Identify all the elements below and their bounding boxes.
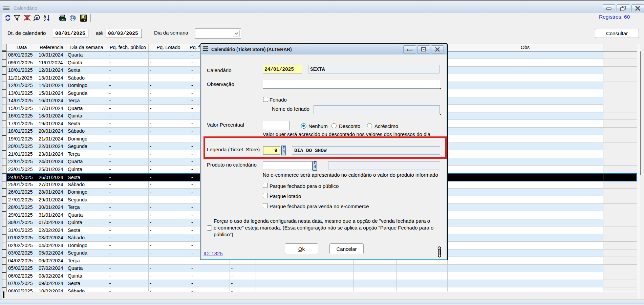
svg-text:IA: IA — [71, 16, 74, 20]
svg-text:Z: Z — [44, 18, 46, 22]
svg-text:n: n — [36, 15, 39, 20]
